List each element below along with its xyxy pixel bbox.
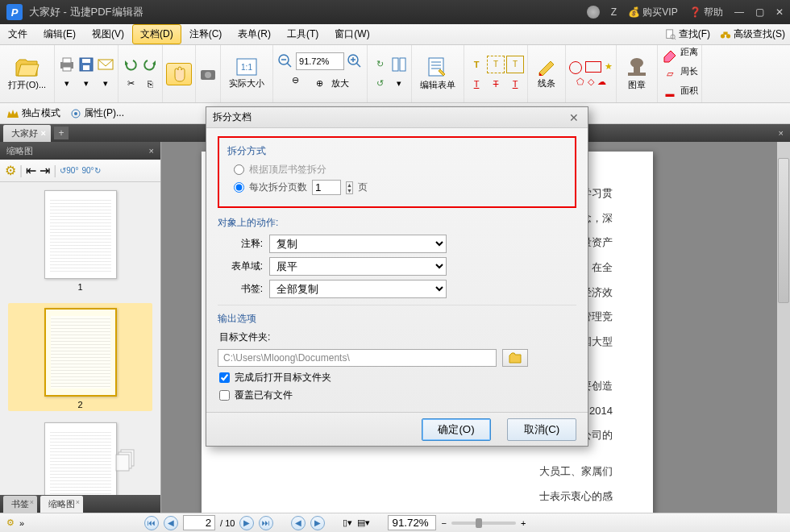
cancel-button[interactable]: 取消(C): [507, 418, 576, 441]
menu-file[interactable]: 文件: [0, 24, 35, 44]
dialog-close-button[interactable]: ✕: [567, 111, 581, 124]
gear-icon[interactable]: ⚙: [6, 517, 15, 528]
zoom-in-button[interactable]: +: [521, 518, 526, 528]
rotate-ccw-icon[interactable]: ↺90°: [60, 166, 78, 175]
perimeter-label[interactable]: 周长: [680, 65, 698, 83]
eraser-icon[interactable]: [661, 46, 679, 64]
menu-document[interactable]: 文档(D): [132, 24, 181, 44]
browse-button[interactable]: [502, 349, 528, 367]
rect-shape-icon[interactable]: [585, 61, 601, 73]
maximize-button[interactable]: ▢: [755, 6, 764, 18]
last-page-button[interactable]: ⏭: [259, 516, 273, 530]
text-tool-icon[interactable]: T: [487, 56, 505, 73]
strikethrough-icon[interactable]: T: [487, 75, 505, 93]
radio-pages-input[interactable]: [234, 182, 244, 193]
rotate-icon[interactable]: ↻: [371, 56, 389, 73]
page-number-input[interactable]: [183, 515, 215, 530]
ok-button[interactable]: 确定(O): [422, 418, 491, 441]
rotate-ccw-icon[interactable]: ↺: [371, 75, 389, 93]
menu-comment[interactable]: 注释(C): [181, 24, 231, 44]
page-layout-icon[interactable]: [390, 56, 408, 73]
pages-per-split-input[interactable]: [312, 180, 341, 195]
save-icon[interactable]: [77, 56, 95, 73]
vertical-scrollbar[interactable]: [777, 142, 790, 513]
checkbox-overwrite[interactable]: 覆盖已有文件: [219, 389, 576, 402]
globe-icon[interactable]: [587, 6, 600, 19]
next-page-button[interactable]: ▶: [239, 516, 254, 530]
printer-icon[interactable]: [58, 56, 76, 73]
gear-icon[interactable]: ⚙: [5, 163, 16, 178]
radio-by-bookmark[interactable]: 根据顶层书签拆分: [234, 163, 567, 177]
text-tool-icon[interactable]: T: [468, 56, 485, 73]
checkbox-overwrite-input[interactable]: [219, 390, 230, 401]
spinner-buttons[interactable]: ▲▼: [346, 181, 353, 194]
edit-form-button[interactable]: 编辑表单: [415, 53, 460, 94]
panel-tab-thumbnails[interactable]: 缩略图×: [40, 496, 83, 513]
zoom-in-button[interactable]: ⊕放大: [306, 72, 354, 96]
underline-icon[interactable]: T: [506, 75, 524, 93]
rotate-cw-icon[interactable]: 90°↻: [81, 166, 100, 175]
zoom-out-icon[interactable]: ⊖: [286, 72, 304, 89]
distance-label[interactable]: 距离: [680, 46, 698, 64]
menu-window[interactable]: 窗口(W): [326, 24, 377, 44]
undo-icon[interactable]: [122, 56, 139, 73]
lines-button[interactable]: 线条: [531, 55, 562, 93]
dropdown-icon[interactable]: ▾: [58, 75, 76, 93]
dropdown-icon[interactable]: ▾: [97, 75, 114, 93]
checkbox-open-after[interactable]: 完成后打开目标文件夹: [219, 371, 576, 384]
hand-tool[interactable]: [166, 63, 192, 85]
buy-vip-button[interactable]: 💰 购买VIP: [628, 6, 678, 19]
document-tab[interactable]: 大家好 ×: [3, 125, 51, 142]
menu-view[interactable]: 视图(V): [84, 24, 132, 44]
view-mode-icon[interactable]: ▯▾: [343, 517, 352, 528]
area-icon[interactable]: ▬: [661, 85, 679, 102]
polygon-icon[interactable]: ⬠: [576, 77, 584, 87]
dropdown-icon[interactable]: ▾: [77, 75, 95, 93]
target-folder-input[interactable]: C:\Users\Mloong\Documents\: [218, 349, 497, 367]
tab-close-icon[interactable]: ×: [41, 128, 46, 138]
minimize-button[interactable]: —: [734, 6, 744, 18]
exclusive-mode-button[interactable]: 独占模式: [6, 106, 60, 120]
radio-bookmark-input[interactable]: [234, 164, 244, 175]
email-icon[interactable]: [97, 56, 114, 73]
prev-page-button[interactable]: ◀: [164, 516, 178, 530]
radio-by-pages[interactable]: 每次拆分页数 ▲▼ 页: [234, 180, 567, 195]
zoom-out-icon[interactable]: [276, 52, 294, 70]
chevron-down-icon[interactable]: »: [19, 518, 24, 528]
advanced-find-button[interactable]: 高级查找(S): [715, 24, 790, 44]
close-button[interactable]: ✕: [775, 6, 784, 18]
select-formfields[interactable]: 展平: [269, 257, 447, 276]
text-box-icon[interactable]: T: [506, 56, 524, 73]
nav-fwd-button[interactable]: ▶: [310, 516, 325, 530]
polyline-icon[interactable]: ◇: [588, 77, 594, 87]
zoom-out-button[interactable]: −: [441, 518, 446, 528]
scrollbar-thumb[interactable]: [778, 158, 789, 303]
highlight-icon[interactable]: T: [468, 75, 485, 93]
zoom-slider[interactable]: [451, 522, 516, 525]
star-shape-icon[interactable]: ★: [605, 61, 613, 74]
actual-size-button[interactable]: 1:1 实际大小: [224, 55, 269, 93]
properties-button[interactable]: 属性(P)...: [70, 106, 124, 120]
zoom-input[interactable]: [388, 515, 436, 530]
open-button[interactable]: 打开(O)...: [3, 53, 51, 94]
zoom-input[interactable]: [296, 52, 344, 70]
area-label[interactable]: 面积: [680, 85, 698, 102]
nav-back-button[interactable]: ◀: [291, 516, 306, 530]
cloud-icon[interactable]: ☁: [597, 77, 606, 87]
expand-icon[interactable]: ⇥: [40, 163, 50, 178]
layout-icon[interactable]: ▤▾: [357, 517, 370, 528]
menu-tools[interactable]: 工具(T): [279, 24, 326, 44]
tabbar-close-icon[interactable]: ×: [772, 128, 790, 138]
find-button[interactable]: 查找(F): [660, 24, 715, 44]
select-bookmarks[interactable]: 全部复制: [269, 280, 447, 298]
thumbnail-1[interactable]: 1: [8, 190, 152, 292]
perimeter-icon[interactable]: ▱: [661, 65, 679, 83]
circle-shape-icon[interactable]: [569, 61, 582, 74]
checkbox-open-after-input[interactable]: [219, 372, 230, 383]
help-button[interactable]: ❓ 帮助: [689, 6, 723, 19]
menu-edit[interactable]: 编辑(E): [35, 24, 84, 44]
panel-close-icon[interactable]: ×: [149, 146, 154, 156]
fit-icon[interactable]: ▾: [390, 75, 408, 93]
camera-icon[interactable]: [199, 65, 217, 83]
add-tab-button[interactable]: +: [54, 127, 69, 139]
